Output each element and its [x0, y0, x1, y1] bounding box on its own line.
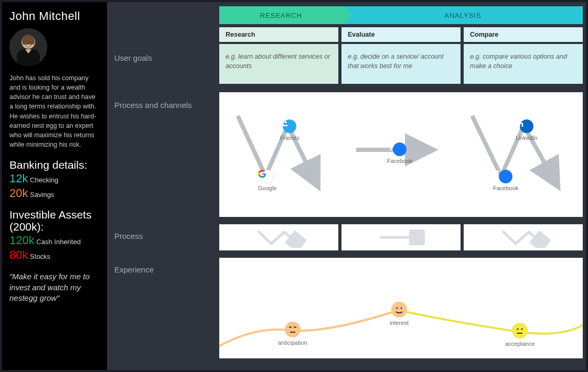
banking-title: Banking details:: [9, 159, 100, 171]
label: Savings: [30, 191, 54, 199]
phase-tabs: RESEARCH ANALYSIS: [219, 6, 583, 24]
channel-facebook-right: Facebook: [493, 170, 518, 191]
banking-savings: 20k Savings: [9, 187, 100, 200]
persona-description: John has sold his company and is looking…: [9, 73, 100, 149]
svg-point-5: [285, 322, 301, 337]
facebook-icon: [393, 143, 407, 156]
svg-point-11: [400, 307, 402, 309]
svg-line-6: [289, 327, 292, 327]
channel-facebook-center: Facebook: [387, 143, 412, 164]
face-flat-icon: [285, 322, 301, 337]
label: interest: [390, 320, 409, 326]
google-icon: [261, 170, 274, 183]
svg-line-7: [294, 327, 296, 327]
goal-evaluate: e.g. decide on a service/ account that w…: [341, 44, 461, 84]
label: Google: [258, 185, 276, 191]
banking-checking: 12k Checking: [9, 172, 100, 185]
label: Checking: [30, 176, 58, 184]
svg-point-9: [391, 302, 407, 318]
channel-friends: Friends: [280, 119, 300, 141]
amount: 12k: [9, 172, 28, 185]
main-area: User goals Process and channels Process …: [107, 2, 586, 370]
label: Friends: [280, 135, 300, 141]
svg-point-14: [521, 328, 523, 330]
goal-research: e.g. learn about different services or a…: [219, 44, 338, 84]
app-frame: John Mitchell John has sold his company …: [0, 0, 588, 372]
label: LinkedIn: [516, 135, 538, 141]
exp-interest: interest: [390, 302, 409, 326]
goal-compare: e.g. compare various options and make a …: [464, 44, 583, 84]
persona-sidebar: John Mitchell John has sold his company …: [2, 2, 107, 370]
amount: 120k: [9, 234, 35, 247]
assets-stocks: 80k Stocks: [9, 248, 100, 262]
row-labels: User goals Process and channels Process …: [107, 6, 219, 370]
experience-panel: anticipation interest acceptance: [219, 258, 583, 358]
process-cell-compare: [464, 224, 583, 250]
assets-title: Investible Assets (200k):: [9, 209, 100, 233]
channel-linkedin: LinkedIn: [516, 119, 538, 141]
facebook-icon: [499, 170, 512, 183]
col-head-evaluate: Evaluate: [341, 27, 461, 42]
exp-anticipation: anticipation: [278, 322, 307, 346]
channels-panel: Friends Google Facebook: [219, 92, 583, 217]
friends-icon: [283, 119, 296, 133]
label: Facebook: [493, 185, 518, 191]
exp-acceptance: acceptance: [505, 323, 534, 347]
goals-row: e.g. learn about different services or a…: [219, 44, 583, 84]
avatar: [9, 28, 47, 66]
row-label-experience: Experience: [114, 265, 219, 274]
svg-point-12: [512, 323, 528, 338]
svg-point-13: [517, 328, 519, 330]
row-label-process: Process: [114, 232, 219, 265]
phase-analysis[interactable]: ANALYSIS: [343, 6, 583, 24]
label: acceptance: [505, 341, 534, 347]
persona-name: John Mitchell: [9, 9, 100, 23]
face-smile-icon: [391, 302, 407, 318]
label: Cash Inherited: [36, 238, 81, 246]
process-cell-evaluate: [341, 224, 461, 250]
phase-research[interactable]: RESEARCH: [219, 6, 343, 24]
process-row: [219, 224, 583, 250]
content-column: RESEARCH ANALYSIS Research Evaluate Comp…: [219, 6, 586, 370]
label: anticipation: [278, 340, 307, 346]
amount: 20k: [9, 187, 28, 200]
col-head-research: Research: [219, 27, 338, 42]
assets-cash: 120k Cash Inherited: [9, 234, 100, 247]
persona-quote: "Make it easy for me to invest and watch…: [9, 271, 100, 303]
face-neutral-icon: [512, 323, 528, 338]
row-label-channels: Process and channels: [114, 101, 219, 232]
svg-point-10: [396, 307, 398, 309]
process-cell-research: [219, 224, 338, 250]
linkedin-icon: [520, 119, 533, 133]
label: Stocks: [30, 253, 50, 260]
amount: 80k: [9, 248, 28, 261]
label: Facebook: [387, 158, 412, 164]
row-label-goals: User goals: [114, 38, 219, 101]
column-headers: Research Evaluate Compare: [219, 27, 583, 42]
col-head-compare: Compare: [464, 27, 583, 42]
channel-google: Google: [258, 170, 276, 191]
